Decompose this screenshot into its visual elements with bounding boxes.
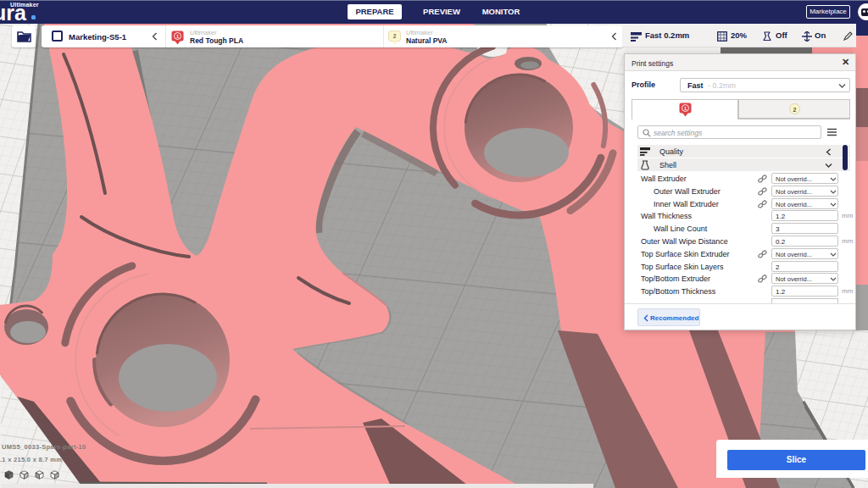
svg-text:2: 2 (393, 33, 397, 39)
svg-text:1: 1 (684, 106, 687, 111)
svg-text:1: 1 (176, 34, 179, 39)
